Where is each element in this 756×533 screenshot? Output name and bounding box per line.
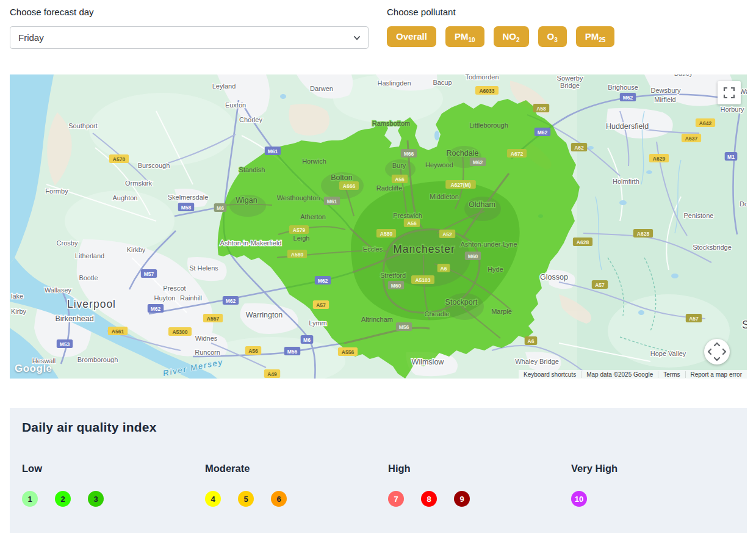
pollutant-button-pm10[interactable]: PM10 — [445, 26, 484, 47]
map-town-label: Warrington — [246, 311, 283, 319]
aqi-group-moderate: Moderate 456 — [205, 463, 388, 507]
road-badge-label: A557 — [207, 316, 220, 322]
forecast-day-select[interactable]: Friday — [10, 26, 369, 49]
map-town-label: lake — [11, 292, 23, 300]
pollutant-button-pm25[interactable]: PM25 — [576, 26, 615, 47]
road-badge-label: M61 — [268, 148, 278, 154]
road-badge-label: M62 — [473, 159, 483, 165]
aqi-group-very-high: Very High 10 — [571, 463, 754, 507]
road-badge-label: A49 — [267, 371, 277, 377]
aqi-index-badge-8: 8 — [421, 491, 437, 507]
road-badge-label: A6 — [441, 266, 447, 272]
map-town-label: Dewsbury — [651, 87, 681, 94]
fullscreen-icon — [723, 87, 735, 99]
road-badge-label: A580 — [291, 252, 304, 258]
pollutant-button-o3[interactable]: O3 — [538, 26, 567, 47]
map-town-label: Littleborough — [469, 121, 508, 129]
map-town-label: Glossop — [540, 273, 568, 281]
map-town-label: Westhoughton — [277, 194, 320, 201]
road-badge-label: M56 — [399, 324, 409, 330]
terms-link[interactable]: Terms — [658, 371, 685, 378]
map-town-label: Kirkby — [127, 246, 146, 253]
road-badge-label: A628 — [637, 231, 650, 237]
map-town-label: Liverpool — [67, 298, 116, 310]
map-town-label: Leigh — [293, 234, 310, 242]
aqi-index-badge-7: 7 — [388, 491, 404, 507]
map-town-label: Litherland — [75, 252, 104, 259]
road-badge-label: A57 — [689, 316, 699, 322]
map-town-label: Horbury — [720, 106, 744, 113]
forecast-map[interactable]: M58M57M53M62M62M6M56M62M61M62M62M1A570A5… — [10, 74, 747, 379]
map-town-label: Euxton — [225, 101, 246, 109]
road-badge-label: A56 — [248, 348, 258, 354]
road-badge-label: M57 — [144, 271, 154, 277]
map-town-label: Ashton-in-Makerfield — [220, 239, 282, 247]
road-badge-label: A629 — [653, 156, 666, 162]
map-town-label: Chorley — [239, 116, 262, 123]
pollutant-button-overall[interactable]: Overall — [387, 26, 436, 47]
map-town-label: Huyton — [154, 294, 176, 302]
road-badge-label: A56 — [407, 220, 417, 227]
road-badge-label: M61 — [327, 198, 337, 205]
map-town-label: Rainhill — [180, 294, 202, 302]
aqi-index-badge-2: 2 — [55, 491, 71, 507]
road-badge-label: A642 — [699, 120, 712, 126]
road-badge-label: A5103 — [415, 277, 430, 283]
forecast-day-label: Choose forecast day — [10, 7, 94, 17]
map-town-label: Stretford — [380, 272, 406, 279]
map-town-label: Stockport — [445, 298, 478, 306]
pollutant-button-group: Overall PM10 NO2 O3 PM25 — [387, 26, 614, 47]
road-badge-label: M66 — [404, 151, 414, 157]
map-town-label: Ashton-under-Lyne — [460, 241, 517, 248]
map-town-label: Widnes — [195, 335, 218, 342]
aqi-index-badge-5: 5 — [238, 491, 254, 507]
map-town-label: Bridge — [560, 82, 580, 89]
map-town-label: Ramsbottom — [372, 120, 410, 127]
map-town-label: Bury — [392, 162, 406, 169]
map-town-label: Batley — [674, 74, 693, 77]
road-badge-label: A637 — [685, 136, 698, 142]
road-badge-label: M6 — [303, 337, 311, 343]
map-town-label: St Helens — [189, 264, 218, 272]
road-badge-label: A672 — [511, 151, 524, 157]
map-town-label: Aughton — [113, 194, 138, 201]
road-badge-label: A5300 — [172, 329, 187, 335]
map-town-label: Prestwich — [393, 212, 422, 219]
map-town-label: Leyland — [212, 82, 236, 90]
aqi-index-badge-10: 10 — [571, 491, 587, 507]
road-badge-label: A6033 — [479, 88, 494, 94]
road-badge-label: A56 — [395, 176, 405, 183]
map-town-label: Burscough — [138, 162, 170, 169]
map-data-text: Map data ©2025 Google — [581, 371, 658, 378]
road-badge-label: A57 — [316, 302, 326, 308]
map-town-label: Todmorden — [465, 74, 499, 81]
keyboard-shortcuts-link[interactable]: Keyboard shortcuts — [519, 371, 581, 378]
report-map-error-link[interactable]: Report a map error — [685, 371, 747, 378]
pollutant-label: Choose pollutant — [387, 7, 456, 17]
aqi-index-badge-3: 3 — [88, 491, 104, 507]
road-badge-label: M62 — [318, 278, 328, 284]
map-town-label: Manchester — [393, 243, 455, 255]
map-town-label: Cheadle — [425, 310, 450, 317]
google-logo[interactable]: Google — [15, 363, 52, 375]
pan-control[interactable] — [704, 339, 730, 364]
map-town-label: Standish — [239, 166, 265, 173]
road-badge-label: A579 — [293, 227, 306, 233]
map-town-label: Holmfirth — [613, 178, 639, 185]
map-town-label: Kirby — [11, 308, 27, 315]
road-badge-label: M62 — [151, 306, 161, 312]
map-town-label: Middleton — [430, 193, 459, 200]
fullscreen-button[interactable] — [718, 81, 741, 104]
aqi-group-low: Low 123 — [22, 463, 205, 507]
pollutant-button-no2[interactable]: NO2 — [494, 26, 529, 47]
road-badge-label: A6 — [528, 338, 535, 344]
map-canvas[interactable]: M58M57M53M62M62M6M56M62M61M62M62M1A570A5… — [10, 74, 747, 379]
aqi-index-badge-9: 9 — [454, 491, 470, 507]
map-town-label: Ormskirk — [125, 179, 152, 187]
map-town-label: Bacup — [433, 79, 452, 86]
map-town-label: Birkenhead — [55, 314, 93, 323]
road-badge-label: A666 — [343, 183, 356, 189]
map-town-label: Whaley Bridge — [515, 358, 559, 365]
map-town-label: Rochdale — [447, 149, 479, 158]
map-town-label: Radcliffe — [376, 184, 403, 192]
